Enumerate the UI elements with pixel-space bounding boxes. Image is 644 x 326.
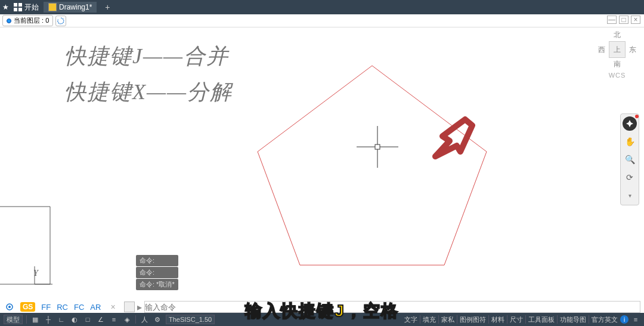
y-axis-label: Y xyxy=(33,269,38,278)
svg-rect-0 xyxy=(14,3,17,7)
status-bar-right: 文字 填充 家私 图例图符 材料 尺寸 工具面板 功能导图 官方英文 i ≡ xyxy=(404,315,640,324)
info-icon[interactable]: i xyxy=(620,315,628,324)
svg-point-8 xyxy=(8,306,11,308)
cmd-tab-fc[interactable]: FC xyxy=(74,303,84,312)
lineweight-icon[interactable]: ≡ xyxy=(109,315,119,324)
command-chevron-icon[interactable]: ▸ xyxy=(137,302,142,313)
menu-toggle-icon[interactable]: ≡ xyxy=(631,315,640,324)
layer-toolbar: 当前图层 : 0 — □ × xyxy=(0,14,644,27)
crosshair-cursor xyxy=(357,126,398,168)
annotation-line-2: 快捷键X——分解 xyxy=(64,78,233,107)
start-menu[interactable]: 开始 xyxy=(14,2,39,13)
zoom-button[interactable]: 🔍 xyxy=(623,152,637,167)
snap-icon[interactable]: ┼ xyxy=(44,315,53,324)
close-button[interactable]: × xyxy=(631,16,640,24)
navbar-expand-icon[interactable]: ▾ xyxy=(623,188,637,202)
annotation-line-1: 快捷键J——合并 xyxy=(64,42,229,71)
wcs-label[interactable]: WCS xyxy=(596,72,638,79)
start-label: 开始 xyxy=(24,2,39,13)
grid-icon[interactable]: ▦ xyxy=(30,315,40,324)
view-cube[interactable]: 北 西 上 东 南 WCS xyxy=(596,29,638,79)
viewport-frame xyxy=(0,207,50,284)
video-caption: 输入快捷键J，空格 xyxy=(245,300,399,322)
sb-item-dimension[interactable]: 尺寸 xyxy=(510,315,523,324)
gs-badge[interactable]: GS xyxy=(20,302,35,312)
osnap-icon[interactable]: □ xyxy=(83,315,92,324)
ortho-icon[interactable]: ∟ xyxy=(57,315,66,324)
layer-cycle-button[interactable] xyxy=(55,16,66,26)
command-hist-1: 命令: xyxy=(136,255,178,266)
viewcube-west[interactable]: 西 xyxy=(598,45,605,55)
viewcube-top[interactable]: 上 xyxy=(609,41,626,58)
cmd-tab-rc[interactable]: RC xyxy=(57,303,68,312)
tab-label: Drawing1* xyxy=(59,3,92,11)
cmd-tab-ff[interactable]: FF xyxy=(41,303,51,312)
svg-rect-2 xyxy=(14,8,17,11)
viewcube-south[interactable]: 南 xyxy=(614,59,621,69)
annotation-scale-icon[interactable]: 人 xyxy=(140,315,149,324)
sb-item-toolpanel[interactable]: 工具面板 xyxy=(528,315,555,324)
command-prompt-icon[interactable] xyxy=(124,302,135,312)
viewcube-east[interactable]: 东 xyxy=(629,45,636,55)
orbit-button[interactable]: ⟳ xyxy=(623,170,637,184)
lightbulb-icon xyxy=(7,19,11,23)
annotation-arrow-icon xyxy=(423,115,477,165)
transparency-icon[interactable]: ◈ xyxy=(122,315,132,324)
document-icon xyxy=(48,3,57,11)
otrack-icon[interactable]: ∠ xyxy=(96,315,106,324)
model-space-button[interactable]: 模型 xyxy=(4,315,23,324)
sb-item-material[interactable]: 材料 xyxy=(491,315,504,324)
title-bar: ★ 开始 Drawing1* + xyxy=(0,0,644,14)
workspace-icon[interactable]: ⚙ xyxy=(153,315,162,324)
command-history: 命令: 命令: 命令: *取消* xyxy=(136,255,178,290)
svg-rect-1 xyxy=(18,3,22,7)
minimize-button[interactable]: — xyxy=(607,16,617,24)
command-hist-2: 命令: xyxy=(136,267,178,278)
windows-icon xyxy=(14,3,22,11)
navigation-bar: ✋ 🔍 ⟳ ▾ xyxy=(620,113,639,205)
star-icon[interactable]: ★ xyxy=(2,3,9,11)
sb-item-official[interactable]: 官方英文 xyxy=(592,315,618,324)
document-tab[interactable]: Drawing1* xyxy=(44,2,97,13)
cycle-icon xyxy=(57,17,64,24)
cmd-tab-ar[interactable]: AR xyxy=(90,303,101,312)
new-tab-button[interactable]: + xyxy=(105,2,110,12)
sb-item-legend[interactable]: 图例图符 xyxy=(460,315,486,324)
svg-rect-3 xyxy=(18,8,22,11)
text-style-display[interactable]: TheSISC_1.50 xyxy=(166,315,215,324)
svg-rect-6 xyxy=(375,144,380,149)
viewcube-north[interactable]: 北 xyxy=(614,30,621,40)
sb-item-hatch[interactable]: 填充 xyxy=(423,315,436,324)
current-layer-label: 当前图层 : 0 xyxy=(14,16,49,25)
window-controls: — □ × xyxy=(607,16,640,24)
gear-icon[interactable] xyxy=(5,302,14,312)
maximize-button[interactable]: □ xyxy=(619,16,628,24)
pan-button[interactable]: ✋ xyxy=(623,134,637,149)
current-layer-pill[interactable]: 当前图层 : 0 xyxy=(2,15,53,26)
steering-wheel-icon[interactable] xyxy=(623,116,637,131)
polar-icon[interactable]: ◐ xyxy=(70,315,79,324)
sb-item-furniture[interactable]: 家私 xyxy=(441,315,454,324)
command-close-icon[interactable]: × xyxy=(110,302,115,312)
command-tabs: GS FF RC FC AR × xyxy=(0,301,120,313)
sb-item-funcmap[interactable]: 功能导图 xyxy=(560,315,586,324)
sb-item-text[interactable]: 文字 xyxy=(404,315,417,324)
pentagon-shape[interactable] xyxy=(258,66,487,265)
